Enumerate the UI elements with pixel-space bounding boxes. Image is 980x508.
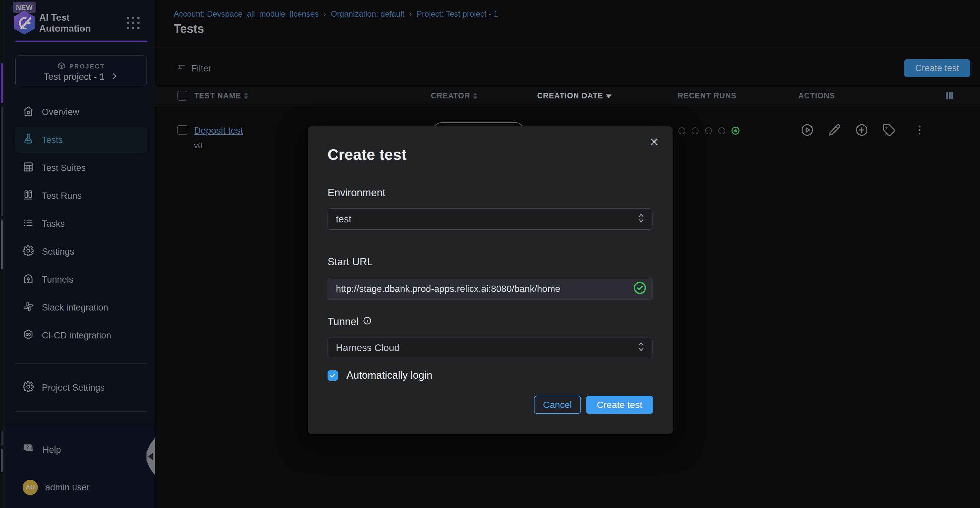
auto-login-checkbox[interactable] <box>328 371 338 381</box>
environment-select[interactable]: test <box>328 208 652 230</box>
environment-label: Environment <box>328 187 385 199</box>
start-url-label: Start URL <box>328 256 373 268</box>
cancel-button[interactable]: Cancel <box>534 396 581 414</box>
modal-title: Create test <box>328 145 407 164</box>
start-url-input[interactable]: http://stage.dbank.prod-apps.relicx.ai:8… <box>328 278 652 300</box>
close-icon[interactable]: ✕ <box>649 136 659 148</box>
tunnel-label: Tunnel <box>328 316 372 328</box>
app-root: NEW AI Test Automation PROJECT Test proj… <box>0 0 980 508</box>
tunnel-select[interactable]: Harness Cloud <box>328 337 652 358</box>
tunnel-value: Harness Cloud <box>336 342 399 353</box>
info-icon[interactable] <box>363 316 372 328</box>
auto-login-label: Automatically login <box>347 369 432 381</box>
create-test-submit-button[interactable]: Create test <box>586 396 653 414</box>
create-test-modal: ✕ Create test Environment test Start URL… <box>308 126 673 434</box>
environment-value: test <box>336 214 352 225</box>
auto-login-row: Automatically login <box>328 369 432 381</box>
select-chevrons-icon <box>638 341 645 355</box>
select-chevrons-icon <box>638 212 645 226</box>
valid-check-icon <box>633 281 647 297</box>
start-url-value: http://stage.dbank.prod-apps.relicx.ai:8… <box>336 284 560 294</box>
